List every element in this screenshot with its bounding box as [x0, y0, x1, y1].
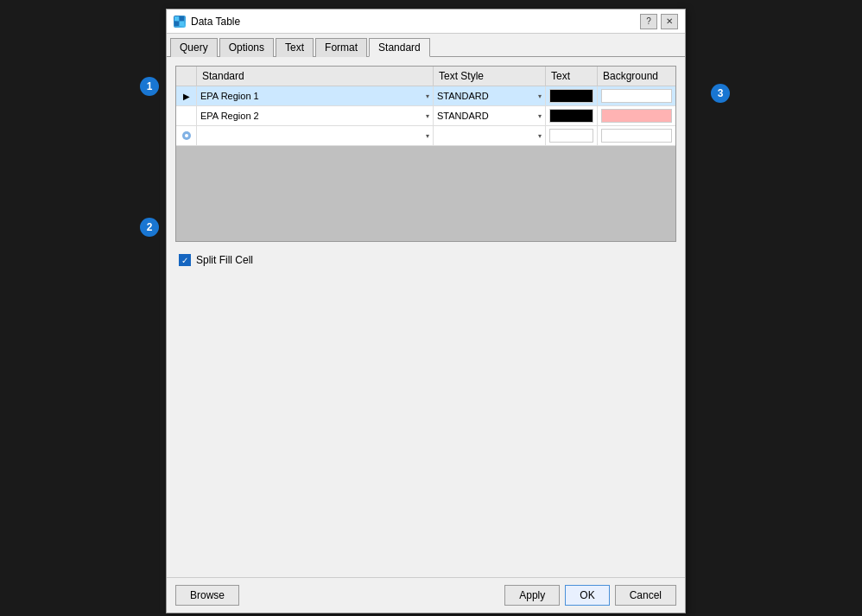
row-bg-color-2[interactable] [598, 106, 675, 125]
split-fill-label: Split Fill Cell [196, 254, 253, 266]
row-textstyle-2[interactable]: STANDARD ▾ [434, 106, 546, 125]
title-bar: Data Table ? ✕ [167, 10, 685, 34]
row-arrow-1: ▶ [176, 86, 197, 105]
apply-button[interactable]: Apply [504, 585, 560, 606]
split-fill-row: Split Fill Cell [175, 249, 676, 271]
row-standard-2[interactable]: EPA Region 2 ▾ [197, 106, 434, 125]
new-standard-select[interactable]: ▾ [200, 128, 429, 143]
tab-query[interactable]: Query [170, 38, 218, 57]
help-button[interactable]: ? [640, 14, 657, 29]
new-row-text-color[interactable] [546, 126, 598, 145]
th-text-style: Text Style [434, 67, 546, 86]
svg-rect-1 [180, 16, 184, 21]
browse-button[interactable]: Browse [175, 585, 239, 606]
row-arrow-2 [176, 106, 197, 125]
tab-standard[interactable]: Standard [369, 38, 430, 57]
dialog-title: Data Table [191, 16, 240, 28]
row-text-color-2[interactable] [546, 106, 598, 125]
ok-button[interactable]: OK [565, 585, 609, 606]
bg-color-swatch-1[interactable] [601, 89, 672, 103]
tab-format[interactable]: Format [315, 38, 367, 57]
svg-rect-0 [174, 16, 179, 21]
row-text-color-1[interactable] [546, 86, 598, 105]
row-bg-color-1[interactable] [598, 86, 675, 105]
row-standard-1[interactable]: EPA Region 1 ▾ [197, 86, 434, 105]
text-color-swatch-2[interactable] [549, 109, 593, 123]
new-row-bg-color[interactable] [598, 126, 675, 145]
table-empty-area [176, 146, 675, 241]
new-row-standard[interactable]: ▾ [197, 126, 434, 145]
new-bg-color-swatch[interactable] [601, 129, 672, 143]
data-table: Standard Text Style Text Background ▶ EP… [175, 66, 676, 242]
th-standard: Standard [197, 67, 434, 86]
table-header: Standard Text Style Text Background [176, 67, 675, 86]
title-bar-left: Data Table [174, 16, 240, 28]
table-row[interactable]: EPA Region 2 ▾ STANDARD ▾ [176, 106, 675, 126]
row-textstyle-1[interactable]: STANDARD ▾ [434, 86, 546, 105]
dialog-window: Data Table ? ✕ Query Options Text Format… [166, 9, 686, 613]
new-text-color-swatch[interactable] [549, 129, 593, 143]
th-text: Text [546, 67, 598, 86]
standard-select-2[interactable]: EPA Region 2 ▾ [200, 108, 429, 124]
cancel-button[interactable]: Cancel [615, 585, 676, 606]
bottom-bar: Browse Apply OK Cancel [167, 577, 685, 613]
annotation-1: 1 [140, 77, 159, 96]
tab-options[interactable]: Options [219, 38, 274, 57]
svg-point-5 [185, 134, 188, 137]
title-buttons: ? ✕ [640, 14, 678, 29]
textstyle-select-1[interactable]: STANDARD ▾ [437, 88, 542, 104]
svg-rect-2 [174, 22, 179, 26]
table-row[interactable]: ▶ EPA Region 1 ▾ STANDARD ▾ [176, 86, 675, 106]
new-row-icon [176, 126, 197, 145]
svg-rect-3 [180, 22, 184, 26]
standard-select-1[interactable]: EPA Region 1 ▾ [200, 88, 429, 104]
text-color-swatch-1[interactable] [549, 89, 593, 103]
annotation-2: 2 [140, 218, 159, 237]
bg-color-swatch-2[interactable] [601, 109, 672, 123]
split-fill-checkbox[interactable] [179, 254, 191, 266]
new-textstyle-select[interactable]: ▾ [437, 128, 542, 143]
close-button[interactable]: ✕ [661, 14, 678, 29]
textstyle-select-2[interactable]: STANDARD ▾ [437, 108, 542, 124]
tab-bar: Query Options Text Format Standard [167, 34, 685, 57]
action-buttons: Apply OK Cancel [504, 585, 676, 606]
tab-text[interactable]: Text [276, 38, 314, 57]
dialog-icon [174, 16, 186, 28]
new-row[interactable]: ▾ ▾ [176, 126, 675, 146]
th-background: Background [598, 67, 675, 86]
annotation-3: 3 [711, 84, 730, 103]
th-arrow [176, 67, 197, 86]
new-row-textstyle[interactable]: ▾ [434, 126, 546, 145]
tab-content: Standard Text Style Text Background ▶ EP… [167, 57, 685, 610]
